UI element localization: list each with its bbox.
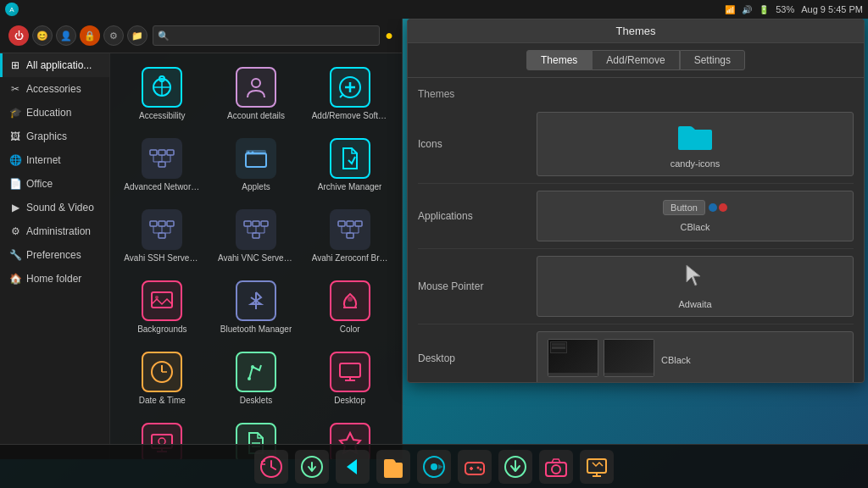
desktop-preview-box[interactable]: CBlack: [537, 331, 854, 382]
themes-tabs: Themes Add/Remove Settings: [408, 43, 864, 78]
taskbar-top: A 📶 🔊 🔋 53% Aug 9 5:45 PM: [0, 0, 868, 19]
sidebar-label-education: Education: [26, 107, 71, 119]
preferences-icon: 🔧: [9, 249, 21, 261]
svg-point-4: [252, 79, 260, 87]
cursor-preview: [685, 263, 705, 292]
app-desktop[interactable]: Desktop: [304, 345, 395, 413]
folder-button[interactable]: 📁: [127, 25, 147, 46]
svg-rect-6: [150, 150, 157, 155]
app-color[interactable]: Color: [304, 274, 395, 341]
dock-files[interactable]: [376, 450, 410, 484]
menu-body: ⊞ All applicatio... ✂ Accessories 🎓 Educ…: [0, 53, 402, 459]
avahi-vnc-label: Avahi VNC Server Brow...: [218, 253, 294, 263]
dock-downloader[interactable]: [498, 450, 532, 484]
svg-rect-38: [347, 221, 353, 226]
app-applets[interactable]: Applets: [211, 131, 302, 199]
themes-titlebar: Themes: [408, 19, 864, 43]
app-archive-manager[interactable]: Archive Manager: [304, 131, 395, 199]
desktop-thumb-2: [604, 339, 654, 377]
account-details-icon: [236, 67, 276, 108]
taskbar-right: 📶 🔊 🔋 53% Aug 9 5:45 PM: [725, 4, 863, 14]
svg-point-53: [248, 377, 251, 380]
sidebar-item-preferences[interactable]: 🔧 Preferences: [0, 243, 109, 267]
sidebar-item-administration[interactable]: ⚙ Administration: [0, 219, 109, 243]
taskbar-bottom: [0, 444, 868, 488]
app-accessibility[interactable]: Accessibility: [117, 60, 208, 128]
power-button[interactable]: ⏻: [8, 25, 29, 46]
mouse-pointer-preview-box[interactable]: Adwaita: [537, 256, 854, 317]
dock-gaming[interactable]: [458, 450, 492, 484]
battery-icon: 🔋: [759, 5, 769, 14]
avahi-vnc-icon: [236, 209, 276, 250]
app-add-remove[interactable]: Add/Remove Software: [304, 60, 395, 128]
all-apps-icon: ⊞: [9, 59, 21, 71]
user-button[interactable]: 😊: [32, 25, 53, 46]
dock-back-in-time[interactable]: [336, 450, 370, 484]
dock-timeshift[interactable]: [254, 450, 288, 484]
search-input[interactable]: [153, 25, 380, 46]
applications-preview-name: CBlack: [681, 222, 710, 232]
applications-preview-box[interactable]: Button CBlack: [537, 191, 854, 241]
administration-icon: ⚙: [9, 225, 21, 237]
education-icon: 🎓: [9, 107, 21, 119]
add-remove-icon: [330, 67, 370, 108]
menu-search-area: ⏻ 😊 👤 🔒 ⚙ 📁 🔍 ●: [0, 19, 402, 53]
datetime-label: Date & Time: [139, 396, 186, 406]
desktop-preview-name: CBlack: [661, 355, 691, 365]
svg-rect-7: [159, 150, 165, 155]
icons-preview-box[interactable]: candy-icons: [537, 112, 854, 176]
app-avahi-ssh[interactable]: Avahi SSH Server Brow...: [117, 202, 208, 270]
app-avahi-zero[interactable]: Avahi Zeroconf Browser: [304, 202, 395, 270]
svg-rect-22: [159, 233, 165, 238]
sidebar-item-education[interactable]: 🎓 Education: [0, 101, 109, 125]
app-desklets[interactable]: Desklets: [211, 345, 302, 413]
battery-percentage: 53%: [776, 4, 794, 14]
settings-button[interactable]: ⚙: [103, 25, 124, 46]
sidebar-label-accessories: Accessories: [26, 83, 81, 95]
dock-camera[interactable]: [539, 450, 573, 484]
app-adv-network[interactable]: Advanced Network Con...: [117, 131, 208, 199]
tab-add-remove[interactable]: Add/Remove: [592, 50, 679, 70]
sidebar-label-office: Office: [26, 178, 53, 190]
sidebar-label-home: Home folder: [26, 273, 81, 285]
lock-button[interactable]: 🔒: [80, 25, 100, 46]
search-wrap: 🔍: [153, 25, 380, 46]
dock-qbittorrent[interactable]: [295, 450, 329, 484]
svg-rect-30: [261, 221, 268, 226]
wifi-icon: 📶: [725, 5, 735, 14]
app-account-details[interactable]: Account details: [211, 60, 302, 128]
sidebar-label-all: All applicatio...: [26, 59, 92, 71]
icons-preview-name: candy-icons: [670, 158, 721, 169]
svg-rect-55: [340, 363, 360, 377]
app-datetime[interactable]: Date & Time: [117, 345, 208, 413]
apps-grid: Accessibility Account details: [110, 53, 402, 459]
sidebar-item-graphics[interactable]: 🖼 Graphics: [0, 125, 109, 148]
dock-slideshow[interactable]: [580, 450, 614, 484]
sidebar-item-office[interactable]: 📄 Office: [0, 172, 109, 196]
theme-row-mouse-pointer: Mouse Pointer Adwaita: [418, 249, 854, 324]
sidebar-item-internet[interactable]: 🌐 Internet: [0, 148, 109, 172]
audio-icon: 🔊: [742, 5, 752, 14]
account-details-label: Account details: [227, 111, 285, 121]
graphics-icon: 🖼: [9, 130, 21, 142]
sidebar-item-all[interactable]: ⊞ All applicatio...: [0, 53, 109, 77]
backgrounds-label: Backgrounds: [137, 324, 186, 335]
tab-settings[interactable]: Settings: [680, 50, 745, 70]
svg-rect-28: [244, 221, 251, 226]
dock-media[interactable]: [417, 450, 451, 484]
app-avahi-vnc[interactable]: Avahi VNC Server Brow...: [211, 202, 302, 270]
distro-logo[interactable]: A: [5, 3, 19, 16]
svg-point-54: [251, 365, 254, 369]
accessories-icon: ✂: [9, 83, 21, 95]
app-bluetooth[interactable]: Bluetooth Manager: [211, 274, 302, 341]
app-backgrounds[interactable]: Backgrounds: [117, 274, 208, 341]
theme-row-applications: Applications Button CBlack: [418, 184, 854, 249]
sidebar-item-home[interactable]: 🏠 Home folder: [0, 267, 109, 291]
sidebar-item-sound-video[interactable]: ▶ Sound & Video: [0, 196, 109, 219]
account-button[interactable]: 👤: [56, 25, 76, 46]
tab-themes[interactable]: Themes: [526, 50, 592, 70]
desktop-icon: [330, 352, 370, 392]
desktop-label: Desktop: [334, 396, 365, 406]
svg-rect-9: [159, 162, 165, 167]
sidebar-item-accessories[interactable]: ✂ Accessories: [0, 77, 109, 101]
